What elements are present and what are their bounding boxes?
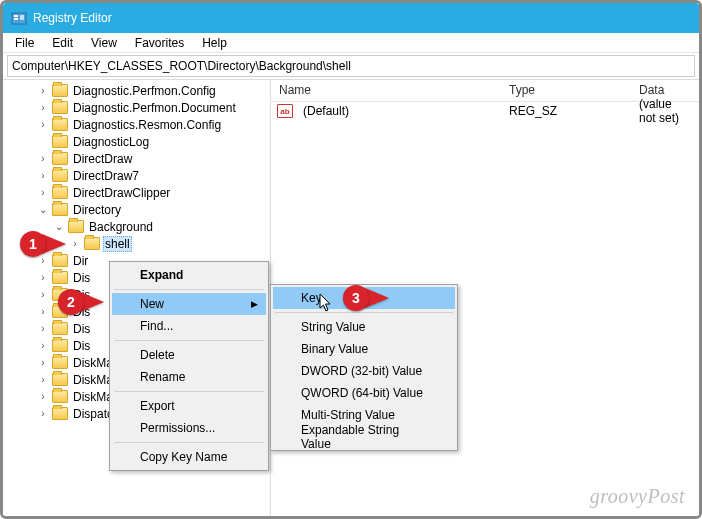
- callout-pin-2: 2: [58, 289, 84, 315]
- tree-item-label: Directory: [71, 203, 123, 217]
- folder-icon: [52, 373, 68, 386]
- chevron-right-icon[interactable]: ›: [37, 170, 49, 181]
- titlebar[interactable]: Registry Editor: [3, 3, 699, 33]
- menu-favorites[interactable]: Favorites: [127, 34, 192, 52]
- tree-item[interactable]: ›DirectDraw: [3, 150, 270, 167]
- app-icon: [11, 10, 27, 26]
- folder-icon: [52, 84, 68, 97]
- menu-edit[interactable]: Edit: [44, 34, 81, 52]
- menu-item-new[interactable]: New▶: [112, 293, 266, 315]
- window-title: Registry Editor: [33, 11, 112, 25]
- folder-icon: [52, 186, 68, 199]
- chevron-down-icon[interactable]: ⌄: [37, 204, 49, 215]
- chevron-right-icon[interactable]: ›: [37, 323, 49, 334]
- chevron-right-icon[interactable]: ›: [69, 238, 81, 249]
- tree-item[interactable]: ⌄Directory: [3, 201, 270, 218]
- submenu-item-expandable-string-value[interactable]: Expandable String Value: [273, 426, 455, 448]
- folder-icon: [52, 356, 68, 369]
- menu-item-find-[interactable]: Find...: [112, 315, 266, 337]
- callout-pin-3: 3: [343, 285, 369, 311]
- tree-item[interactable]: ›DirectDraw7: [3, 167, 270, 184]
- menu-separator: [275, 312, 453, 313]
- value-data: (value not set): [631, 97, 699, 125]
- chevron-right-icon[interactable]: ›: [37, 408, 49, 419]
- chevron-right-icon[interactable]: ›: [37, 272, 49, 283]
- tree-item[interactable]: ›Diagnostic.Perfmon.Document: [3, 99, 270, 116]
- tree-item[interactable]: ›Diagnostics.Resmon.Config: [3, 116, 270, 133]
- folder-icon: [52, 152, 68, 165]
- submenu-item-dword-bit-value[interactable]: DWORD (32-bit) Value: [273, 360, 455, 382]
- submenu-item-qword-bit-value[interactable]: QWORD (64-bit) Value: [273, 382, 455, 404]
- tree-item-label: shell: [103, 236, 132, 252]
- submenu-item-binary-value[interactable]: Binary Value: [273, 338, 455, 360]
- tree-item-label: Diagnostic.Perfmon.Document: [71, 101, 238, 115]
- folder-icon: [52, 118, 68, 131]
- context-menu[interactable]: ExpandNew▶Find...DeleteRenameExportPermi…: [109, 261, 269, 471]
- folder-icon: [52, 390, 68, 403]
- folder-icon: [52, 203, 68, 216]
- submenu-item-string-value[interactable]: String Value: [273, 316, 455, 338]
- folder-icon: [52, 135, 68, 148]
- chevron-right-icon[interactable]: ›: [37, 102, 49, 113]
- chevron-right-icon[interactable]: ›: [37, 374, 49, 385]
- tree-item-label: DirectDraw: [71, 152, 134, 166]
- list-row[interactable]: ab (Default) REG_SZ (value not set): [271, 102, 699, 120]
- menu-help[interactable]: Help: [194, 34, 235, 52]
- value-type: REG_SZ: [501, 104, 631, 118]
- tree-item-label: DirectDrawClipper: [71, 186, 172, 200]
- menubar: File Edit View Favorites Help: [3, 33, 699, 53]
- submenu-arrow-icon: ▶: [251, 299, 258, 309]
- menu-item-expand[interactable]: Expand: [112, 264, 266, 286]
- svg-rect-3: [20, 15, 24, 20]
- chevron-right-icon[interactable]: ›: [37, 119, 49, 130]
- tree-item-label: Background: [87, 220, 155, 234]
- tree-item-label: Dir: [71, 254, 90, 268]
- address-bar[interactable]: Computer\HKEY_CLASSES_ROOT\Directory\Bac…: [7, 55, 695, 77]
- callout-1: 1: [20, 231, 66, 257]
- tree-item-label: DirectDraw7: [71, 169, 141, 183]
- menu-file[interactable]: File: [7, 34, 42, 52]
- tree-item-label: DiagnosticLog: [71, 135, 151, 149]
- chevron-right-icon[interactable]: ›: [37, 357, 49, 368]
- callout-3: 3: [343, 285, 389, 311]
- folder-icon: [52, 339, 68, 352]
- menu-view[interactable]: View: [83, 34, 125, 52]
- tree-item-label: Dis: [71, 271, 92, 285]
- menu-item-copy-key-name[interactable]: Copy Key Name: [112, 446, 266, 468]
- menu-item-rename[interactable]: Rename: [112, 366, 266, 388]
- col-type[interactable]: Type: [501, 80, 631, 101]
- tree-item-label: Diagnostic.Perfmon.Config: [71, 84, 218, 98]
- col-name[interactable]: Name: [271, 80, 501, 101]
- chevron-right-icon[interactable]: ›: [37, 153, 49, 164]
- tree-item[interactable]: ›Diagnostic.Perfmon.Config: [3, 82, 270, 99]
- menu-item-export[interactable]: Export: [112, 395, 266, 417]
- folder-icon: [52, 169, 68, 182]
- svg-rect-2: [14, 18, 18, 20]
- tree-item[interactable]: DiagnosticLog: [3, 133, 270, 150]
- tree-item-label: Dis: [71, 339, 92, 353]
- menu-separator: [114, 391, 264, 392]
- string-value-icon: ab: [277, 104, 293, 118]
- address-text: Computer\HKEY_CLASSES_ROOT\Directory\Bac…: [12, 59, 351, 73]
- callout-2: 2: [58, 289, 104, 315]
- chevron-right-icon[interactable]: ›: [37, 85, 49, 96]
- tree-item[interactable]: ›DirectDrawClipper: [3, 184, 270, 201]
- folder-icon: [52, 101, 68, 114]
- chevron-right-icon[interactable]: ›: [37, 289, 49, 300]
- chevron-right-icon[interactable]: ›: [37, 306, 49, 317]
- folder-icon: [52, 271, 68, 284]
- folder-icon: [52, 322, 68, 335]
- chevron-right-icon[interactable]: ›: [37, 187, 49, 198]
- menu-item-delete[interactable]: Delete: [112, 344, 266, 366]
- watermark: groovyPost: [590, 485, 685, 508]
- chevron-right-icon[interactable]: ›: [37, 340, 49, 351]
- menu-separator: [114, 442, 264, 443]
- menu-separator: [114, 340, 264, 341]
- menu-item-permissions-[interactable]: Permissions...: [112, 417, 266, 439]
- svg-rect-1: [14, 15, 18, 17]
- chevron-right-icon[interactable]: ›: [37, 391, 49, 402]
- folder-icon: [84, 237, 100, 250]
- callout-pin-1: 1: [20, 231, 46, 257]
- tree-item-label: Diagnostics.Resmon.Config: [71, 118, 223, 132]
- folder-icon: [68, 220, 84, 233]
